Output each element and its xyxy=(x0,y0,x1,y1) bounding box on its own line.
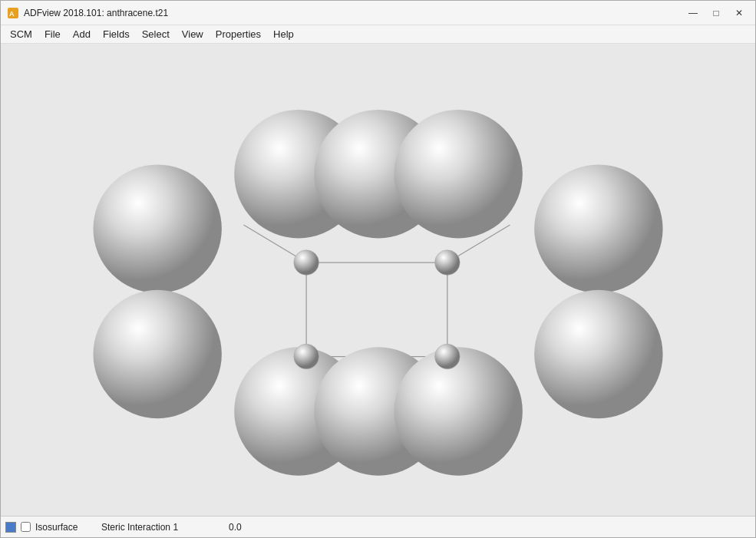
close-button[interactable]: ✕ xyxy=(729,5,749,21)
menu-add[interactable]: Add xyxy=(67,27,97,41)
status-visibility-checkbox[interactable] xyxy=(21,522,31,532)
minimize-button[interactable]: — xyxy=(683,5,703,21)
window-controls: — □ ✕ xyxy=(683,5,749,21)
svg-point-19 xyxy=(394,347,522,475)
molecule-view xyxy=(1,44,755,516)
menu-file[interactable]: File xyxy=(38,27,67,41)
menu-help[interactable]: Help xyxy=(267,27,300,41)
maximize-button[interactable]: □ xyxy=(706,5,726,21)
menu-fields[interactable]: Fields xyxy=(97,27,136,41)
app-icon: A xyxy=(7,7,19,19)
menu-view[interactable]: View xyxy=(176,27,210,41)
svg-point-15 xyxy=(534,164,662,292)
main-window: A ADFview 2018.101: anthracene.t21 — □ ✕… xyxy=(0,0,756,538)
menu-select[interactable]: Select xyxy=(136,27,176,41)
status-value: 0.0 xyxy=(229,522,242,533)
svg-point-23 xyxy=(294,344,319,369)
status-type: Isosurface xyxy=(35,522,97,533)
svg-point-14 xyxy=(394,110,522,238)
title-bar: A ADFview 2018.101: anthracene.t21 — □ ✕ xyxy=(1,1,755,25)
menu-properties[interactable]: Properties xyxy=(210,27,267,41)
svg-text:A: A xyxy=(9,10,15,18)
svg-point-24 xyxy=(435,344,461,369)
menu-scm[interactable]: SCM xyxy=(4,27,38,41)
svg-point-22 xyxy=(435,250,461,276)
svg-point-11 xyxy=(93,164,221,292)
menu-bar: SCM File Add Fields Select View Properti… xyxy=(1,25,755,44)
svg-point-21 xyxy=(294,250,319,276)
svg-point-16 xyxy=(93,290,221,418)
status-color-indicator xyxy=(5,522,16,533)
window-title: ADFview 2018.101: anthracene.t21 xyxy=(24,8,683,18)
status-description: Steric Interaction 1 xyxy=(101,522,224,533)
status-bar: Isosurface Steric Interaction 1 0.0 xyxy=(1,516,755,537)
viewport[interactable] xyxy=(1,44,755,516)
svg-point-20 xyxy=(534,290,662,418)
